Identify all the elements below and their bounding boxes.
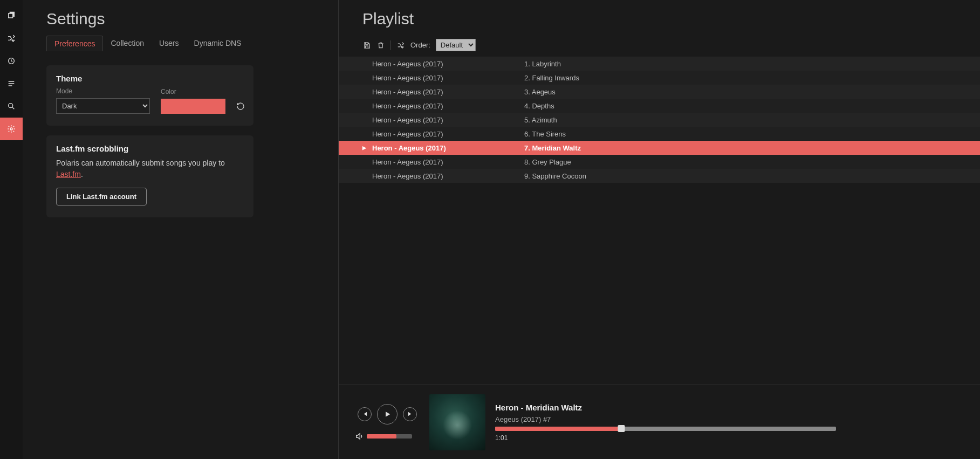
tab-dynamic-dns[interactable]: Dynamic DNS (187, 36, 249, 51)
svg-point-2 (10, 128, 12, 130)
tab-preferences[interactable]: Preferences (46, 36, 103, 51)
track-artist: Heron - Aegeus (2017) (372, 116, 524, 124)
save-playlist-button[interactable] (362, 41, 371, 50)
track-artist: Heron - Aegeus (2017) (372, 172, 524, 180)
search-icon (7, 102, 16, 111)
track-artist: Heron - Aegeus (2017) (372, 88, 524, 96)
track-artist: Heron - Aegeus (2017) (372, 130, 524, 138)
scrobble-card: Last.fm scrobbling Polaris can automatic… (46, 135, 253, 217)
link-lastfm-button[interactable]: Link Last.fm account (56, 188, 147, 205)
save-icon (363, 42, 371, 49)
shuffle-playlist-button[interactable] (396, 41, 405, 50)
order-select[interactable]: Default (436, 39, 476, 51)
svg-point-1 (9, 104, 13, 108)
library-icon (7, 11, 16, 20)
nav-queue[interactable] (0, 72, 23, 95)
volume-slider[interactable] (367, 434, 412, 439)
album-art (429, 394, 485, 450)
elapsed-time: 1:01 (495, 434, 964, 442)
track-artist: Heron - Aegeus (2017) (372, 144, 524, 152)
track-title: 4. Depths (524, 102, 980, 110)
track-list: Heron - Aegeus (2017)1. LabyrinthHeron -… (339, 57, 980, 385)
nav-recent[interactable] (0, 50, 23, 72)
now-playing-title: Heron - Meridian Waltz (495, 403, 964, 412)
tab-users[interactable]: Users (152, 36, 187, 51)
skip-prev-icon (362, 411, 368, 417)
track-title: 6. The Sirens (524, 130, 980, 138)
track-artist: Heron - Aegeus (2017) (372, 102, 524, 110)
track-row[interactable]: Heron - Aegeus (2017)1. Labyrinth (339, 57, 980, 71)
trash-icon (377, 42, 385, 49)
track-title: 1. Labyrinth (524, 60, 980, 68)
theme-heading: Theme (56, 74, 244, 83)
track-title: 2. Falling Inwards (524, 74, 980, 82)
nav-rail (0, 0, 23, 459)
play-icon (383, 410, 391, 418)
volume-icon[interactable] (355, 432, 364, 441)
play-indicator (362, 145, 372, 150)
playlist-title: Playlist (362, 10, 980, 28)
nav-search[interactable] (0, 95, 23, 118)
skip-next-icon (407, 411, 413, 417)
playlist-toolbar: Order: Default (362, 39, 980, 51)
scrobble-heading: Last.fm scrobbling (56, 144, 244, 153)
clock-cog-icon (7, 57, 16, 65)
track-title: 3. Aegeus (524, 88, 980, 96)
order-label: Order: (410, 41, 430, 49)
track-row[interactable]: Heron - Aegeus (2017)7. Meridian Waltz (339, 141, 980, 155)
nav-shuffle[interactable] (0, 27, 23, 50)
accent-color-swatch[interactable] (161, 99, 225, 114)
track-title: 9. Sapphire Cocoon (524, 172, 980, 180)
gear-icon (7, 125, 16, 133)
history-icon (236, 102, 245, 111)
next-button[interactable] (403, 407, 417, 421)
playlist-panel: Playlist Order: Default Heron - Aegeus (… (339, 0, 980, 385)
theme-mode-select[interactable]: Dark (56, 98, 150, 114)
nav-settings[interactable] (0, 118, 23, 140)
track-title: 8. Grey Plague (524, 158, 980, 166)
settings-panel: Settings Preferences Collection Users Dy… (23, 0, 339, 459)
track-row[interactable]: Heron - Aegeus (2017)5. Azimuth (339, 113, 980, 127)
color-label: Color (161, 88, 225, 95)
mode-label: Mode (56, 87, 150, 95)
nav-library[interactable] (0, 4, 23, 27)
track-artist: Heron - Aegeus (2017) (372, 74, 524, 82)
track-title: 5. Azimuth (524, 116, 980, 124)
theme-card: Theme Mode Dark Color (46, 65, 253, 126)
track-artist: Heron - Aegeus (2017) (372, 158, 524, 166)
clear-playlist-button[interactable] (376, 41, 385, 50)
player-bar: Heron - Meridian Waltz Aegeus (2017) #7 … (339, 385, 980, 459)
now-playing-subtitle: Aegeus (2017) #7 (495, 415, 964, 423)
toolbar-divider (390, 40, 391, 50)
track-row[interactable]: Heron - Aegeus (2017)2. Falling Inwards (339, 71, 980, 85)
track-row[interactable]: Heron - Aegeus (2017)9. Sapphire Cocoon (339, 169, 980, 183)
play-button[interactable] (377, 404, 398, 424)
track-row[interactable]: Heron - Aegeus (2017)8. Grey Plague (339, 155, 980, 169)
reset-color-button[interactable] (236, 99, 245, 114)
track-artist: Heron - Aegeus (2017) (372, 60, 524, 68)
queue-icon (7, 79, 16, 88)
prev-button[interactable] (358, 407, 372, 421)
page-title: Settings (46, 10, 338, 28)
track-title: 7. Meridian Waltz (524, 144, 980, 152)
scrobble-description: Polaris can automatically submit songs y… (56, 157, 244, 180)
track-row[interactable]: Heron - Aegeus (2017)6. The Sirens (339, 127, 980, 141)
seek-bar[interactable] (495, 427, 836, 431)
track-row[interactable]: Heron - Aegeus (2017)3. Aegeus (339, 85, 980, 99)
lastfm-link[interactable]: Last.fm (56, 170, 81, 179)
shuffle-icon (7, 34, 16, 43)
track-row[interactable]: Heron - Aegeus (2017)4. Depths (339, 99, 980, 113)
tab-collection[interactable]: Collection (103, 36, 151, 51)
shuffle-icon (397, 42, 405, 49)
settings-tabs: Preferences Collection Users Dynamic DNS (46, 36, 338, 51)
